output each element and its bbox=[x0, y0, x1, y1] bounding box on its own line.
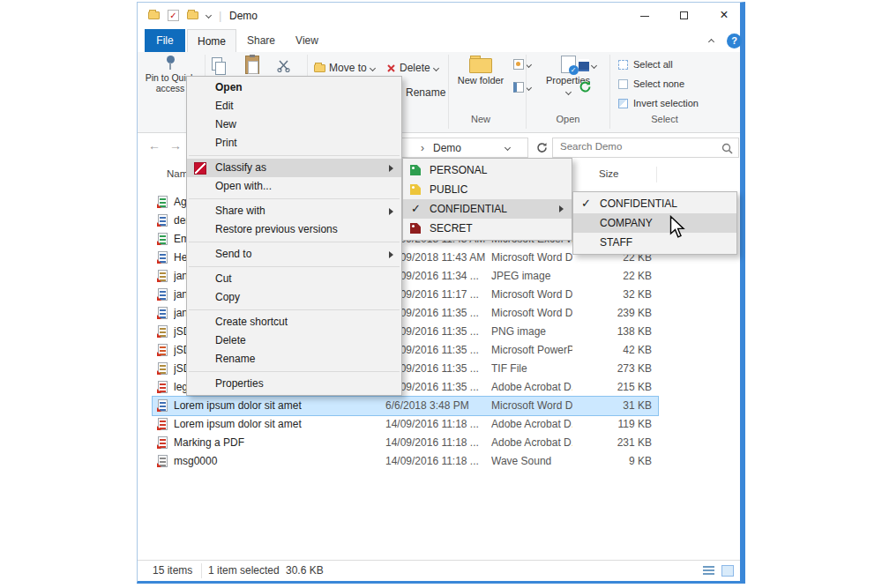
new-folder-button[interactable]: New folder bbox=[453, 54, 508, 86]
menu-item-personal[interactable]: PERSONAL bbox=[403, 160, 572, 180]
tab-home[interactable]: Home bbox=[187, 29, 236, 52]
menu-item-secret[interactable]: SECRET bbox=[403, 219, 572, 238]
history-button[interactable] bbox=[579, 80, 592, 93]
menu-item-confidential[interactable]: ✓CONFIDENTIAL bbox=[573, 194, 736, 213]
file-row[interactable]: Lorem ipsum dolor sit amet14/09/2016 11:… bbox=[153, 415, 658, 434]
help-button[interactable]: ? bbox=[727, 33, 742, 48]
menu-item-label: COMPANY bbox=[600, 217, 653, 229]
menu-item-share-with[interactable]: Share with bbox=[187, 202, 401, 220]
menu-item-company[interactable]: COMPANY bbox=[573, 213, 736, 233]
move-to-label: Move to bbox=[329, 62, 367, 74]
column-header-size[interactable]: Size bbox=[599, 168, 618, 179]
menu-item-send-to[interactable]: Send to bbox=[187, 245, 401, 264]
open-file-button[interactable] bbox=[579, 59, 596, 71]
chevron-down-icon[interactable] bbox=[505, 145, 511, 151]
file-size: 231 KB bbox=[564, 436, 652, 449]
group-label-open: Open bbox=[533, 114, 603, 124]
file-size: 9 KB bbox=[564, 455, 652, 467]
menu-item-staff[interactable]: STAFF bbox=[573, 233, 736, 252]
folder-icon[interactable] bbox=[187, 11, 198, 19]
paste-icon[interactable] bbox=[245, 56, 259, 74]
details-view-button[interactable] bbox=[703, 566, 714, 576]
minimize-button[interactable] bbox=[624, 3, 664, 28]
menu-item-copy[interactable]: Copy bbox=[187, 288, 401, 307]
close-button[interactable]: × bbox=[704, 3, 744, 28]
menu-item-open-with[interactable]: Open with... bbox=[187, 177, 401, 196]
file-row[interactable]: msg000014/09/2016 11:18 ...Wave Sound9 K… bbox=[153, 452, 658, 471]
group-separator bbox=[609, 55, 610, 129]
menu-item-label: Share with bbox=[215, 205, 265, 217]
separator bbox=[201, 563, 202, 578]
folder-icon[interactable] bbox=[148, 11, 160, 19]
file-type: Microsoft Word D... bbox=[491, 307, 572, 319]
new-item-button[interactable] bbox=[513, 59, 531, 70]
file-row[interactable]: Marking a PDF14/09/2016 11:18 ...Adobe A… bbox=[153, 434, 658, 452]
menu-item-edit[interactable]: Edit bbox=[187, 97, 401, 115]
breadcrumb-demo[interactable]: Demo bbox=[433, 142, 461, 154]
refresh-button[interactable] bbox=[533, 138, 550, 158]
file-type: TIF File bbox=[491, 362, 572, 375]
chevron-down-icon bbox=[564, 89, 571, 95]
copy-icon[interactable] bbox=[212, 57, 226, 74]
folder-icon bbox=[314, 64, 325, 72]
menu-item-print[interactable]: Print bbox=[187, 134, 401, 153]
file-size: 273 KB bbox=[564, 362, 652, 375]
select-none-label: Select none bbox=[633, 78, 684, 89]
history-refresh-icon bbox=[579, 80, 592, 93]
menu-item-new[interactable]: New bbox=[187, 115, 401, 134]
separator: | bbox=[219, 9, 221, 22]
menu-item-restore-previous-versions[interactable]: Restore previous versions bbox=[187, 220, 401, 239]
menu-item-label: CONFIDENTIAL bbox=[600, 197, 677, 210]
status-bar: 15 items 1 item selected 30.6 KB bbox=[138, 560, 740, 581]
invert-selection-button[interactable]: Invert selection bbox=[618, 98, 699, 108]
menu-item-label: Open bbox=[215, 81, 243, 93]
menu-item-public[interactable]: PUBLIC bbox=[403, 180, 572, 199]
tab-view[interactable]: View bbox=[286, 29, 328, 52]
menu-item-confidential[interactable]: ✓CONFIDENTIAL bbox=[403, 199, 572, 219]
chevron-down-icon[interactable] bbox=[206, 12, 212, 19]
select-none-icon bbox=[618, 79, 628, 89]
file-type: Microsoft Word D... bbox=[491, 399, 572, 412]
menu-item-cut[interactable]: Cut bbox=[187, 270, 401, 288]
tab-file[interactable]: File bbox=[145, 29, 185, 52]
move-to-button[interactable]: Move to bbox=[314, 62, 375, 74]
selection-status: 1 item selected bbox=[208, 564, 280, 577]
file-type: Microsoft PowerP... bbox=[491, 344, 572, 356]
back-button[interactable]: ← bbox=[148, 138, 161, 153]
menu-item-delete[interactable]: Delete bbox=[187, 331, 401, 350]
thumbnails-view-button[interactable] bbox=[721, 565, 734, 577]
menu-item-classify-as[interactable]: Classify as bbox=[187, 159, 401, 177]
menu-item-label: Print bbox=[215, 137, 237, 149]
pin-icon bbox=[167, 56, 175, 63]
column-separator bbox=[656, 167, 657, 182]
file-date-modified: 14/09/2016 11:18 ... bbox=[385, 436, 486, 449]
select-all-button[interactable]: Select all bbox=[618, 59, 673, 70]
file-row[interactable]: Lorem ipsum dolor sit amet6/6/2018 3:48 … bbox=[153, 397, 658, 415]
search-input[interactable] bbox=[558, 140, 713, 153]
forward-button[interactable]: → bbox=[169, 138, 182, 153]
word-file-icon bbox=[158, 288, 168, 301]
classifier-check-icon[interactable]: ✓ bbox=[168, 10, 179, 21]
menu-item-create-shortcut[interactable]: Create shortcut bbox=[187, 313, 401, 331]
file-size: 138 KB bbox=[564, 325, 652, 338]
menu-separator bbox=[189, 198, 400, 199]
search-box[interactable] bbox=[552, 138, 739, 158]
menu-item-open[interactable]: Open bbox=[187, 78, 401, 97]
menu-item-rename[interactable]: Rename bbox=[187, 350, 401, 368]
confidential-submenu: ✓CONFIDENTIALCOMPANYSTAFF bbox=[572, 191, 737, 255]
tag-icon bbox=[410, 223, 421, 234]
menu-item-properties[interactable]: Properties bbox=[187, 375, 401, 393]
easy-access-button[interactable] bbox=[513, 82, 531, 93]
menu-item-label: Edit bbox=[215, 100, 234, 112]
chevron-down-icon bbox=[526, 61, 532, 67]
select-none-button[interactable]: Select none bbox=[618, 78, 684, 89]
search-icon[interactable] bbox=[721, 142, 733, 158]
submenu-arrow-icon bbox=[389, 165, 393, 172]
cut-scissors-icon[interactable] bbox=[277, 59, 290, 75]
file-name: Lorem ipsum dolor sit amet bbox=[174, 418, 378, 430]
tab-share[interactable]: Share bbox=[238, 29, 284, 52]
delete-button[interactable]: Delete bbox=[386, 62, 438, 74]
maximize-button[interactable] bbox=[664, 3, 704, 28]
collapse-ribbon-icon[interactable] bbox=[708, 39, 714, 45]
audio-file-icon bbox=[158, 455, 168, 467]
